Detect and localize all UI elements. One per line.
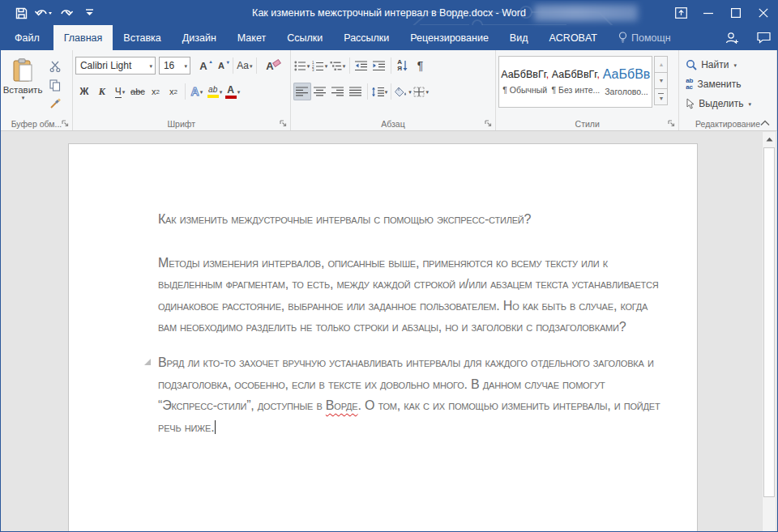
- quick-access-toolbar: [11, 2, 100, 23]
- styles-dialog-launcher[interactable]: [667, 119, 676, 128]
- text-effects-button[interactable]: А▾: [188, 83, 206, 100]
- style-no-spacing[interactable]: АаБбВвГг, ¶ Без инте...: [550, 57, 601, 107]
- borders-button[interactable]: ▾: [413, 83, 430, 100]
- format-painter-button[interactable]: [45, 96, 65, 112]
- clipboard-dialog-launcher[interactable]: [61, 119, 70, 128]
- chevron-up-icon: [760, 120, 770, 126]
- multilevel-list-icon: [330, 61, 342, 71]
- close-button[interactable]: [750, 1, 777, 25]
- shrink-font-button[interactable]: А▾: [212, 57, 230, 74]
- align-right-button[interactable]: [329, 83, 347, 100]
- window-controls: [667, 1, 777, 25]
- search-icon: [686, 59, 697, 70]
- grow-font-button[interactable]: А▴: [194, 57, 212, 74]
- comments-icon[interactable]: [757, 32, 771, 44]
- tab-view[interactable]: Вид: [499, 25, 539, 50]
- font-color-button[interactable]: А ▾: [224, 83, 242, 100]
- paste-button[interactable]: Вставить ▾: [3, 55, 42, 113]
- underline-button[interactable]: Ч▾: [111, 83, 129, 100]
- clipboard-icon: [12, 58, 33, 83]
- document-page[interactable]: Как изменить междустрочные интервалы с п…: [68, 143, 698, 532]
- tab-acrobat[interactable]: ACROBAT: [538, 25, 608, 50]
- tell-me-assistant[interactable]: Помощн: [608, 25, 682, 50]
- redo-button[interactable]: [56, 2, 77, 23]
- styles-more-button[interactable]: ▼: [654, 88, 668, 105]
- sort-button[interactable]: АЯ: [394, 57, 412, 74]
- shading-button[interactable]: ▾: [394, 83, 413, 100]
- align-center-icon: [314, 87, 326, 96]
- tab-review[interactable]: Рецензирование: [400, 25, 499, 50]
- tab-mailings[interactable]: Рассылки: [333, 25, 400, 50]
- font-dialog-launcher[interactable]: [279, 119, 288, 128]
- subscript-button[interactable]: х2: [147, 83, 165, 100]
- show-paragraph-marks-button[interactable]: ¶: [412, 57, 430, 74]
- customize-qat-button[interactable]: [79, 2, 100, 23]
- bullets-caret-icon: ▾: [307, 63, 310, 69]
- strikethrough-button[interactable]: abc: [129, 83, 147, 100]
- highlight-caret-icon: ▾: [220, 89, 223, 95]
- bullets-button[interactable]: ▾: [293, 57, 311, 74]
- collapse-ribbon-button[interactable]: [760, 120, 770, 126]
- paragraph-dialog-launcher[interactable]: [484, 119, 493, 128]
- font-size-combo[interactable]: 16 ▾: [159, 57, 190, 74]
- text-cursor: [215, 420, 216, 434]
- undo-button[interactable]: [33, 2, 54, 23]
- scrollbar-thumb[interactable]: [763, 147, 775, 497]
- change-case-button[interactable]: Аа▾: [236, 57, 254, 74]
- bold-button[interactable]: Ж: [75, 83, 93, 100]
- tab-home[interactable]: Главная: [53, 25, 113, 50]
- tab-layout[interactable]: Макет: [227, 25, 276, 50]
- justify-icon: [349, 87, 361, 96]
- ribbon-display-options-button[interactable]: [667, 1, 695, 25]
- scroll-up-button[interactable]: [763, 132, 776, 146]
- style-heading1[interactable]: АаБбВв Заголово...: [601, 57, 652, 107]
- text-highlight-button[interactable]: ab ▾: [206, 83, 224, 100]
- document-area: Как изменить междустрочные интервалы с п…: [1, 132, 777, 531]
- tab-design[interactable]: Дизайн: [172, 25, 227, 50]
- tab-references[interactable]: Ссылки: [276, 25, 333, 50]
- increase-indent-button[interactable]: [370, 57, 388, 74]
- clear-formatting-button[interactable]: А: [261, 57, 279, 74]
- account-name-blurred[interactable]: [534, 5, 638, 21]
- styles-scroll-down-button[interactable]: ▼: [654, 72, 668, 89]
- font-name-combo[interactable]: Calibri Light ▾: [75, 57, 156, 74]
- replace-icon: abac: [686, 78, 693, 91]
- styles-scroll-up-button[interactable]: ▲: [654, 56, 668, 73]
- style-normal[interactable]: АаБбВвГг, ¶ Обычный: [499, 57, 550, 107]
- maximize-button[interactable]: [722, 1, 750, 25]
- vertical-scrollbar[interactable]: [762, 132, 776, 531]
- font-color-bar: [225, 96, 237, 99]
- multilevel-list-button[interactable]: ▾: [329, 57, 347, 74]
- shrink-font-icon: ▾: [227, 59, 229, 65]
- decrease-indent-button[interactable]: [353, 57, 370, 74]
- italic-button[interactable]: К: [93, 83, 111, 100]
- minimize-button[interactable]: [695, 1, 722, 25]
- tab-insert[interactable]: Вставка: [113, 25, 171, 50]
- numbering-caret-icon: ▾: [325, 63, 328, 69]
- copy-button[interactable]: [45, 77, 65, 93]
- doc-paragraph-1: Методы изменения интервалов, описанные в…: [158, 253, 660, 338]
- tab-file[interactable]: Файл: [1, 25, 53, 50]
- select-button[interactable]: Выделить ▾: [686, 94, 774, 113]
- superscript-button[interactable]: х2: [165, 83, 182, 100]
- document-content: Как изменить междустрочные интервалы с п…: [69, 144, 697, 438]
- spellcheck-word: Ворде: [326, 398, 358, 412]
- paragraph-collapse-icon[interactable]: [144, 359, 151, 365]
- align-left-button[interactable]: [293, 83, 311, 100]
- bullet-list-icon: [294, 61, 306, 71]
- numbering-button[interactable]: 123 ▾: [311, 57, 329, 74]
- find-button[interactable]: Найти ▾: [686, 55, 774, 74]
- justify-button[interactable]: [347, 83, 365, 100]
- format-painter-brush-icon: [49, 98, 61, 109]
- align-right-icon: [331, 87, 344, 96]
- line-spacing-button[interactable]: ▾: [370, 83, 389, 100]
- scroll-up-arrow-icon: [766, 137, 773, 142]
- save-button[interactable]: [11, 2, 32, 23]
- ribbon-tab-row: Файл Главная Вставка Дизайн Макет Ссылки…: [1, 25, 777, 50]
- group-clipboard: Вставить ▾ Буфер обм...: [1, 50, 73, 130]
- line-spacing-caret-icon: ▾: [385, 89, 388, 95]
- align-center-button[interactable]: [311, 83, 329, 100]
- cut-button[interactable]: [45, 58, 65, 74]
- share-person-icon[interactable]: [725, 32, 739, 45]
- replace-button[interactable]: abac Заменить: [686, 74, 774, 94]
